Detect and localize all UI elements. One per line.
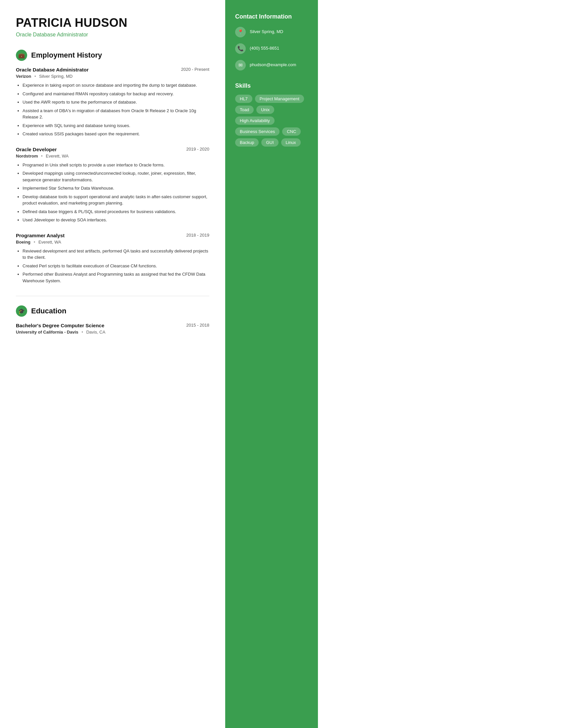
- edu-1-dates: 2015 - 2018: [186, 323, 209, 328]
- skills-title: Skills: [235, 82, 308, 89]
- sidebar: Contact Information 📍 Silver Spring, MD …: [225, 0, 318, 728]
- job-3-company: Boeing • Everett, WA: [16, 240, 209, 245]
- list-item: Reviewed development and test artifacts,…: [23, 248, 209, 261]
- list-item: Programed in Unix shell scripts to provi…: [23, 162, 209, 168]
- list-item: Used Jdeveloper to develop SOA interface…: [23, 217, 209, 223]
- dot-edu: •: [81, 330, 83, 335]
- employment-title: Employment History: [31, 51, 102, 60]
- job-1-bullets: Experience in taking export on source da…: [16, 82, 209, 137]
- list-item: Assisted a team of DBA's in migration of…: [23, 108, 209, 120]
- list-item: Experience with SQL tuning and database …: [23, 122, 209, 129]
- job-2-bullets: Programed in Unix shell scripts to provi…: [16, 162, 209, 223]
- list-item: Created Perl scripts to facilitate execu…: [23, 263, 209, 269]
- skill-cnc: CNC: [282, 127, 301, 136]
- skill-hl7: HL7: [235, 95, 252, 103]
- education-title: Education: [31, 307, 66, 315]
- list-item: Developed mappings using connected/uncon…: [23, 170, 209, 183]
- job-2-company: Nordstrom • Everett, WA: [16, 154, 209, 159]
- dot-1: •: [34, 74, 36, 79]
- section-divider: [16, 296, 209, 296]
- job-2-title: Oracle Developer: [16, 147, 57, 152]
- contact-phone-text: (400) 555-8651: [250, 43, 279, 51]
- job-3-bullets: Reviewed development and test artifacts,…: [16, 248, 209, 284]
- education-icon: 🎓: [16, 305, 27, 317]
- job-2-header: Oracle Developer 2019 - 2020: [16, 147, 209, 152]
- dot-3: •: [34, 240, 35, 245]
- edu-1-school: University of California - Davis • Davis…: [16, 330, 209, 335]
- job-2: Oracle Developer 2019 - 2020 Nordstrom •…: [16, 147, 209, 223]
- contact-email: ✉ phudson@example.com: [235, 60, 308, 70]
- employment-section: 💼 Employment History Oracle Database Adm…: [16, 50, 209, 284]
- location-icon: 📍: [235, 27, 246, 37]
- job-3-company-name: Boeing: [16, 240, 30, 245]
- contact-phone: 📞 (400) 555-8651: [235, 43, 308, 54]
- edu-1-header: Bachelor's Degree Computer Science 2015 …: [16, 323, 209, 328]
- employment-icon: 💼: [16, 50, 27, 61]
- list-item: Used the AWR reports to tune the perform…: [23, 99, 209, 106]
- phone-icon: 📞: [235, 43, 246, 54]
- job-1-location: Silver Spring, MD: [39, 74, 72, 79]
- education-section: 🎓 Education Bachelor's Degree Computer S…: [16, 305, 209, 335]
- job-2-location: Everett, WA: [46, 154, 69, 159]
- edu-1-location: Davis, CA: [86, 330, 105, 335]
- skill-gui: GUI: [261, 138, 278, 147]
- job-1: Oracle Database Administrator 2020 - Pre…: [16, 67, 209, 137]
- contact-location: 📍 Silver Spring, MD: [235, 27, 308, 37]
- skill-toad: Toad: [235, 106, 254, 114]
- list-item: Develop database tools to support operat…: [23, 194, 209, 206]
- education-section-header: 🎓 Education: [16, 305, 209, 317]
- resume-title: Oracle Database Administrator: [16, 32, 209, 38]
- resume-name: PATRICIA HUDSON: [16, 16, 209, 30]
- edu-1-school-name: University of California - Davis: [16, 330, 78, 335]
- contact-location-text: Silver Spring, MD: [250, 27, 283, 35]
- list-item: Implemented Star Schema for Data Warehou…: [23, 185, 209, 192]
- skill-backup: Backup: [235, 138, 258, 147]
- contact-section-title: Contact Information: [235, 13, 308, 20]
- skills-tags: HL7 Project Management Toad Unix High Av…: [235, 95, 308, 147]
- edu-entry-1: Bachelor's Degree Computer Science 2015 …: [16, 323, 209, 335]
- job-3-location: Everett, WA: [38, 240, 61, 245]
- job-3-dates: 2018 - 2019: [186, 233, 209, 238]
- skill-project-management: Project Management: [255, 95, 304, 103]
- contact-email-text: phudson@example.com: [250, 60, 296, 68]
- list-item: Performed other Business Analyst and Pro…: [23, 271, 209, 284]
- skill-business-services: Business Services: [235, 127, 279, 136]
- skill-high-availability: High Availability: [235, 116, 274, 125]
- list-item: Configured and maintained RMAN repositor…: [23, 91, 209, 97]
- skill-unix: Unix: [256, 106, 274, 114]
- job-3-header: Programmer Analyst 2018 - 2019: [16, 233, 209, 238]
- main-content: PATRICIA HUDSON Oracle Database Administ…: [0, 0, 225, 728]
- job-1-title: Oracle Database Administrator: [16, 67, 89, 72]
- job-1-dates: 2020 - Present: [181, 67, 209, 72]
- edu-1-degree: Bachelor's Degree Computer Science: [16, 323, 104, 328]
- job-1-company-name: Verizon: [16, 74, 31, 79]
- job-2-dates: 2019 - 2020: [186, 147, 209, 152]
- list-item: Created various SSIS packages based upon…: [23, 131, 209, 137]
- email-icon: ✉: [235, 60, 246, 70]
- job-1-company: Verizon • Silver Spring, MD: [16, 74, 209, 79]
- job-3: Programmer Analyst 2018 - 2019 Boeing • …: [16, 233, 209, 284]
- skill-linux: Linux: [281, 138, 301, 147]
- list-item: Defined data base triggers & PL/SQL stor…: [23, 208, 209, 215]
- list-item: Experience in taking export on source da…: [23, 82, 209, 89]
- employment-section-header: 💼 Employment History: [16, 50, 209, 61]
- job-2-company-name: Nordstrom: [16, 154, 38, 159]
- job-1-header: Oracle Database Administrator 2020 - Pre…: [16, 67, 209, 72]
- dot-2: •: [41, 154, 43, 159]
- job-3-title: Programmer Analyst: [16, 233, 65, 238]
- skills-section: Skills HL7 Project Management Toad Unix …: [235, 82, 308, 147]
